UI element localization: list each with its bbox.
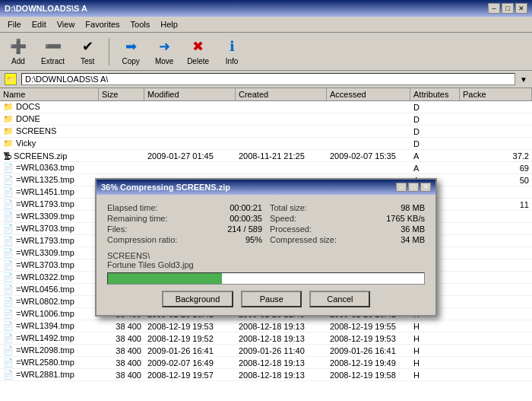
move-label: Move (155, 57, 173, 65)
compression-row: Compression ratio: 95% (107, 234, 262, 245)
info-label: Info (226, 57, 239, 65)
processed-value: 36 MB (401, 224, 425, 234)
test-label: Test (81, 57, 94, 65)
move-button[interactable]: ➜ Move (150, 36, 178, 67)
files-label: Files: (107, 224, 127, 234)
extract-button[interactable]: ➖ Extract (38, 36, 68, 67)
menu-file[interactable]: File (3, 18, 26, 30)
address-input[interactable] (21, 73, 515, 85)
address-dropdown-button[interactable]: ▼ (520, 75, 527, 84)
current-path: SCREENS\ Fortune Tiles Gold3.jpg (107, 251, 425, 269)
menu-edit[interactable]: Edit (27, 18, 51, 30)
delete-label: Delete (187, 57, 209, 65)
menu-bar: File Edit View Favorites Tools Help (0, 17, 532, 33)
menu-favorites[interactable]: Favorites (81, 18, 124, 30)
menu-help[interactable]: Help (156, 18, 182, 30)
compression-label: Compression ratio: (107, 235, 177, 244)
dialog-close[interactable]: ✕ (420, 183, 431, 192)
dialog-buttons: Background Pause Cancel (107, 291, 425, 307)
compressed-size-row: Compressed size: 34 MB (270, 234, 425, 245)
title-bar: D:\DOWNLOADS\S A – □ ✕ (0, 0, 532, 17)
extract-icon: ➖ (44, 37, 62, 56)
maximize-button[interactable]: □ (502, 3, 514, 14)
copy-button[interactable]: ➡ Copy (117, 36, 144, 67)
elapsed-label: Elapsed time: (107, 203, 158, 212)
minimize-button[interactable]: – (488, 3, 500, 14)
background-button[interactable]: Background (162, 291, 234, 307)
speed-row: Speed: 1765 KB/s (270, 213, 425, 224)
add-icon: ➕ (9, 37, 27, 56)
dialog-title: 36% Compressing SCREENS.zip (101, 183, 230, 192)
folder-icon: 📁 (5, 73, 17, 85)
main-content: Name Size Modified Created Accessed Attr… (0, 88, 532, 401)
add-button[interactable]: ➕ Add (5, 36, 32, 67)
total-size-label: Total size: (270, 203, 307, 212)
modal-overlay: 36% Compressing SCREENS.zip – □ ✕ Elapse… (0, 88, 532, 401)
extract-label: Extract (41, 57, 65, 65)
file-list-area: Name Size Modified Created Accessed Attr… (0, 88, 532, 401)
test-icon: ✔ (78, 37, 97, 56)
compression-value: 95% (245, 235, 262, 244)
speed-value: 1765 KB/s (386, 214, 425, 223)
copy-icon: ➡ (122, 37, 140, 56)
current-file-text: Fortune Tiles Gold3.jpg (107, 260, 194, 269)
remaining-row: Remaining time: 00:00:35 (107, 213, 262, 224)
cancel-button[interactable]: Cancel (309, 291, 370, 307)
close-button[interactable]: ✕ (515, 3, 527, 14)
progress-bar-fill (108, 273, 222, 284)
dialog-window-controls: – □ ✕ (396, 183, 431, 192)
total-size-row: Total size: 98 MB (270, 202, 425, 213)
dialog-stats-left: Elapsed time: 00:00:21 Remaining time: 0… (107, 202, 262, 245)
processed-label: Processed: (270, 224, 312, 234)
dialog-stats-right: Total size: 98 MB Speed: 1765 KB/s Proce… (270, 202, 425, 245)
elapsed-value: 00:00:21 (230, 203, 262, 212)
info-button[interactable]: ℹ Info (218, 36, 245, 67)
menu-tools[interactable]: Tools (126, 18, 155, 30)
info-icon: ℹ (223, 37, 241, 56)
test-button[interactable]: ✔ Test (74, 36, 101, 67)
copy-label: Copy (122, 57, 139, 65)
elapsed-row: Elapsed time: 00:00:21 (107, 202, 262, 213)
compressed-size-value: 34 MB (401, 235, 425, 244)
remaining-label: Remaining time: (107, 214, 167, 223)
address-bar: 📁 ▼ (0, 71, 532, 88)
processed-row: Processed: 36 MB (270, 224, 425, 234)
current-path-text: SCREENS\ (107, 251, 150, 260)
add-label: Add (11, 57, 25, 65)
speed-label: Speed: (270, 214, 296, 223)
dialog-minimize[interactable]: – (396, 183, 407, 192)
menu-view[interactable]: View (52, 18, 80, 30)
delete-icon: ✖ (189, 37, 207, 56)
progress-bar-container (107, 272, 425, 285)
window-title: D:\DOWNLOADS\S A (5, 4, 87, 13)
move-icon: ➜ (155, 37, 173, 56)
total-size-value: 98 MB (401, 203, 425, 212)
dialog-maximize[interactable]: □ (408, 183, 419, 192)
toolbar: ➕ Add ➖ Extract ✔ Test ➡ Copy ➜ Move ✖ D… (0, 33, 532, 71)
remaining-value: 00:00:35 (230, 214, 262, 223)
window-controls: – □ ✕ (488, 3, 527, 14)
files-row: Files: 214 / 589 (107, 224, 262, 234)
dialog-title-bar: 36% Compressing SCREENS.zip – □ ✕ (97, 180, 435, 195)
files-value: 214 / 589 (227, 224, 262, 234)
dialog-content: Elapsed time: 00:00:21 Remaining time: 0… (97, 195, 435, 315)
compressed-size-label: Compressed size: (270, 235, 337, 244)
delete-button[interactable]: ✖ Delete (184, 36, 212, 67)
toolbar-separator (109, 38, 109, 65)
compress-dialog: 36% Compressing SCREENS.zip – □ ✕ Elapse… (95, 178, 437, 317)
pause-button[interactable]: Pause (241, 291, 302, 307)
dialog-stats-grid: Elapsed time: 00:00:21 Remaining time: 0… (107, 202, 425, 245)
